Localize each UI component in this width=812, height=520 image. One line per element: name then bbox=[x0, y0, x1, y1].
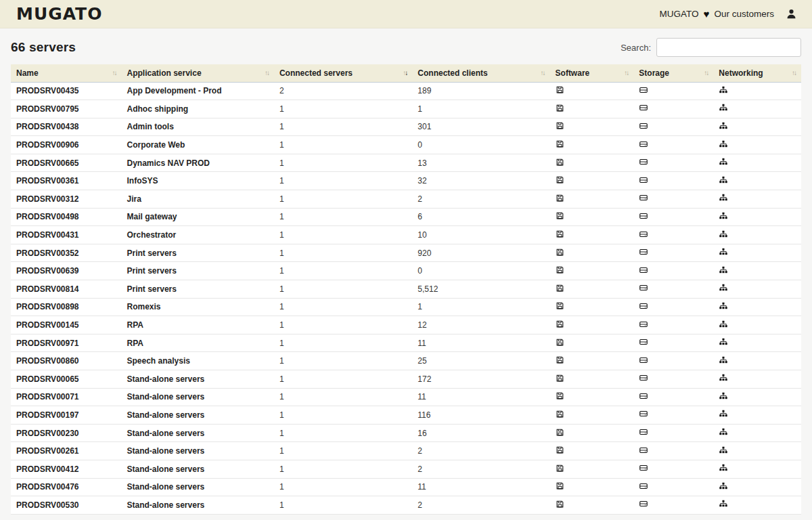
hard-drive-icon[interactable] bbox=[639, 211, 648, 221]
server-row[interactable]: PRODSRV00530 Stand-alone servers 1 2 bbox=[11, 496, 801, 515]
hard-drive-icon[interactable] bbox=[639, 247, 648, 257]
floppy-disk-icon[interactable] bbox=[556, 320, 564, 328]
floppy-disk-icon[interactable] bbox=[556, 104, 564, 112]
floppy-disk-icon[interactable] bbox=[556, 175, 564, 184]
sort-arrows-icon[interactable]: ↑↓ bbox=[624, 69, 628, 77]
floppy-disk-icon[interactable] bbox=[556, 158, 564, 167]
sitemap-icon[interactable] bbox=[719, 139, 728, 149]
hard-drive-icon[interactable] bbox=[639, 463, 648, 473]
sort-arrows-icon[interactable]: ↑↓ bbox=[265, 69, 269, 77]
server-row[interactable]: PRODSRV00438 Admin tools 1 301 bbox=[11, 118, 801, 136]
hard-drive-icon[interactable] bbox=[639, 139, 648, 149]
sitemap-icon[interactable] bbox=[719, 265, 728, 275]
floppy-disk-icon[interactable] bbox=[556, 446, 564, 454]
search-input[interactable] bbox=[656, 38, 801, 57]
floppy-disk-icon[interactable] bbox=[556, 301, 564, 310]
floppy-disk-icon[interactable] bbox=[556, 194, 564, 202]
floppy-disk-icon[interactable] bbox=[556, 481, 564, 490]
sitemap-icon[interactable] bbox=[719, 247, 728, 257]
floppy-disk-icon[interactable] bbox=[556, 121, 564, 130]
server-row[interactable]: PRODSRV00197 Stand-alone servers 1 116 bbox=[11, 406, 801, 425]
column-header[interactable]: Networking ↑↓ bbox=[713, 64, 801, 82]
hard-drive-icon[interactable] bbox=[639, 446, 648, 455]
sitemap-icon[interactable] bbox=[719, 355, 728, 365]
floppy-disk-icon[interactable] bbox=[556, 338, 564, 347]
sitemap-icon[interactable] bbox=[719, 301, 728, 311]
floppy-disk-icon[interactable] bbox=[556, 211, 564, 220]
sitemap-icon[interactable] bbox=[719, 121, 728, 131]
sitemap-icon[interactable] bbox=[719, 481, 728, 491]
hard-drive-icon[interactable] bbox=[639, 193, 648, 202]
floppy-disk-icon[interactable] bbox=[556, 139, 564, 148]
floppy-disk-icon[interactable] bbox=[556, 284, 564, 292]
sitemap-icon[interactable] bbox=[719, 427, 728, 437]
column-header[interactable]: Connected clients ↑↓ bbox=[412, 64, 549, 82]
column-header[interactable]: Software ↑↓ bbox=[550, 64, 634, 82]
column-header[interactable]: Name ↑↓ bbox=[11, 64, 122, 82]
hard-drive-icon[interactable] bbox=[639, 391, 648, 401]
sitemap-icon[interactable] bbox=[719, 446, 728, 455]
floppy-disk-icon[interactable] bbox=[556, 248, 564, 257]
server-row[interactable]: PRODSRV00639 Print servers 1 0 bbox=[11, 262, 801, 280]
server-row[interactable]: PRODSRV00261 Stand-alone servers 1 2 bbox=[11, 442, 801, 460]
hard-drive-icon[interactable] bbox=[639, 230, 648, 239]
server-row[interactable]: PRODSRV00431 Orchestrator 1 10 bbox=[11, 226, 801, 244]
hard-drive-icon[interactable] bbox=[639, 337, 648, 347]
server-row[interactable]: PRODSRV00435 App Development - Prod 2 18… bbox=[11, 82, 801, 100]
hard-drive-icon[interactable] bbox=[639, 121, 648, 131]
sitemap-icon[interactable] bbox=[719, 499, 728, 508]
hard-drive-icon[interactable] bbox=[639, 175, 648, 185]
app-logo[interactable]: MUGATO bbox=[16, 4, 102, 24]
server-row[interactable]: PRODSRV00498 Mail gateway 1 6 bbox=[11, 208, 801, 226]
sort-arrows-icon[interactable]: ↑↓ bbox=[541, 69, 545, 77]
sort-arrows-icon[interactable]: ↑↓ bbox=[403, 69, 407, 77]
hard-drive-icon[interactable] bbox=[639, 85, 648, 95]
server-row[interactable]: PRODSRV00971 RPA 1 11 bbox=[11, 334, 801, 352]
sitemap-icon[interactable] bbox=[719, 157, 728, 167]
sitemap-icon[interactable] bbox=[719, 175, 728, 185]
server-row[interactable]: PRODSRV00476 Stand-alone servers 1 11 bbox=[11, 478, 801, 496]
sitemap-icon[interactable] bbox=[719, 373, 728, 383]
sitemap-icon[interactable] bbox=[719, 85, 728, 95]
floppy-disk-icon[interactable] bbox=[556, 428, 564, 437]
column-header[interactable]: Application service ↑↓ bbox=[122, 64, 274, 82]
sitemap-icon[interactable] bbox=[719, 283, 728, 292]
server-row[interactable]: PRODSRV00065 Stand-alone servers 1 172 bbox=[11, 370, 801, 389]
hard-drive-icon[interactable] bbox=[639, 355, 648, 365]
hard-drive-icon[interactable] bbox=[639, 301, 648, 311]
sort-arrows-icon[interactable]: ↑↓ bbox=[792, 69, 796, 77]
floppy-disk-icon[interactable] bbox=[556, 355, 564, 364]
floppy-disk-icon[interactable] bbox=[556, 464, 564, 473]
floppy-disk-icon[interactable] bbox=[556, 410, 564, 418]
hard-drive-icon[interactable] bbox=[639, 409, 648, 418]
hard-drive-icon[interactable] bbox=[639, 499, 648, 508]
hard-drive-icon[interactable] bbox=[639, 265, 648, 275]
sitemap-icon[interactable] bbox=[719, 103, 728, 112]
hard-drive-icon[interactable] bbox=[639, 373, 648, 383]
server-row[interactable]: PRODSRV00145 RPA 1 12 bbox=[11, 316, 801, 334]
server-row[interactable]: PRODSRV00071 Stand-alone servers 1 11 bbox=[11, 388, 801, 406]
sitemap-icon[interactable] bbox=[719, 337, 728, 347]
server-row[interactable]: PRODSRV00906 Corporate Web 1 0 bbox=[11, 136, 801, 154]
server-row[interactable]: PRODSRV00352 Print servers 1 920 bbox=[11, 244, 801, 262]
server-row[interactable]: PRODSRV00860 Speech analysis 1 25 bbox=[11, 352, 801, 370]
server-row[interactable]: PRODSRV00412 Stand-alone servers 1 2 bbox=[11, 460, 801, 478]
server-row[interactable]: PRODSRV00665 Dynamics NAV PROD 1 13 bbox=[11, 154, 801, 172]
user-icon[interactable] bbox=[786, 8, 797, 20]
hard-drive-icon[interactable] bbox=[639, 157, 648, 167]
floppy-disk-icon[interactable] bbox=[556, 500, 564, 508]
sitemap-icon[interactable] bbox=[719, 320, 728, 329]
server-row[interactable]: PRODSRV00361 InfoSYS 1 32 bbox=[11, 172, 801, 190]
column-header[interactable]: Storage ↑↓ bbox=[633, 64, 713, 82]
server-row[interactable]: PRODSRV00795 Adhoc shipping 1 1 bbox=[11, 100, 801, 118]
sitemap-icon[interactable] bbox=[719, 409, 728, 418]
floppy-disk-icon[interactable] bbox=[556, 85, 564, 94]
hard-drive-icon[interactable] bbox=[639, 481, 648, 491]
column-header[interactable]: Connected servers ↑↓ bbox=[274, 64, 412, 82]
hard-drive-icon[interactable] bbox=[639, 427, 648, 437]
hard-drive-icon[interactable] bbox=[639, 103, 648, 112]
hard-drive-icon[interactable] bbox=[639, 283, 648, 292]
hard-drive-icon[interactable] bbox=[639, 320, 648, 329]
sitemap-icon[interactable] bbox=[719, 391, 728, 401]
sitemap-icon[interactable] bbox=[719, 463, 728, 473]
